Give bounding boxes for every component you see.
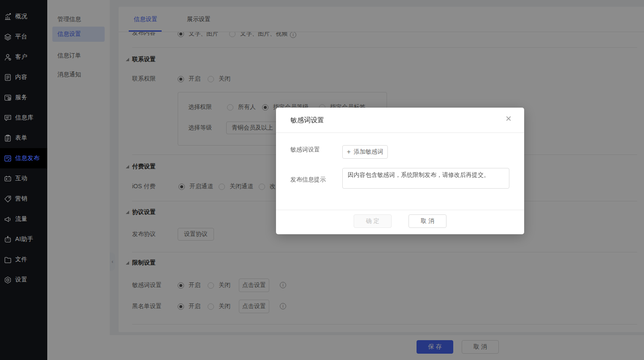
sidebar-item-interaction[interactable]: 互动	[0, 168, 47, 189]
sidebar-item-service[interactable]: 服务	[0, 87, 47, 108]
sidebar-item-content[interactable]: 内容	[0, 67, 47, 87]
customer-icon	[4, 53, 12, 61]
marketing-icon	[4, 195, 12, 203]
traffic-icon	[4, 215, 12, 223]
publish-icon	[4, 154, 12, 162]
form-icon	[4, 134, 12, 142]
sidebar-item-marketing[interactable]: 营销	[0, 189, 47, 209]
content-icon	[4, 73, 12, 81]
tip-message-textarea[interactable]: 因内容包含敏感词，系统限制发布，请修改后再提交。	[342, 168, 509, 189]
modal-footer-divider	[276, 210, 524, 210]
primary-sidebar: 概况 平台 客户 内容 服务 信息库 表单 信息发布	[0, 0, 47, 360]
ai-assistant-icon	[4, 235, 12, 244]
chart-icon	[4, 13, 12, 21]
add-sensitive-word-button[interactable]: +添加敏感词	[342, 145, 388, 159]
plus-icon: +	[347, 148, 351, 156]
message-library-icon	[4, 114, 12, 122]
sidebar-item-ai-assistant[interactable]: AI助手	[0, 229, 47, 249]
modal-cancel-button[interactable]: 取 消	[409, 214, 446, 228]
sidebar-item-overview[interactable]: 概况	[0, 6, 47, 27]
modal-header: 敏感词设置 ×	[276, 108, 524, 133]
layers-icon	[4, 33, 12, 41]
sidebar-item-message-library[interactable]: 信息库	[0, 108, 47, 128]
sidebar-item-traffic[interactable]: 流量	[0, 209, 47, 229]
sidebar-item-platform[interactable]: 平台	[0, 27, 47, 47]
sidebar-item-settings[interactable]: 设置	[0, 270, 47, 290]
folder-icon	[4, 256, 12, 264]
modal-tip-label: 发布信息提示	[290, 175, 326, 184]
interaction-icon	[4, 175, 12, 183]
close-icon[interactable]: ×	[506, 114, 511, 124]
sidebar-item-publish[interactable]: 信息发布	[0, 148, 47, 168]
modal-sensitive-label: 敏感词设置	[290, 145, 320, 154]
service-icon	[4, 94, 12, 102]
sensitive-words-modal: 敏感词设置 × 敏感词设置 +添加敏感词 发布信息提示 因内容包含敏感词，系统限…	[276, 108, 524, 234]
modal-title: 敏感词设置	[290, 108, 324, 133]
confirm-button[interactable]: 确 定	[354, 214, 392, 228]
gear-icon	[4, 276, 12, 284]
sidebar-item-files[interactable]: 文件	[0, 249, 47, 270]
sidebar-item-customer[interactable]: 客户	[0, 47, 47, 67]
sidebar-item-form[interactable]: 表单	[0, 128, 47, 148]
